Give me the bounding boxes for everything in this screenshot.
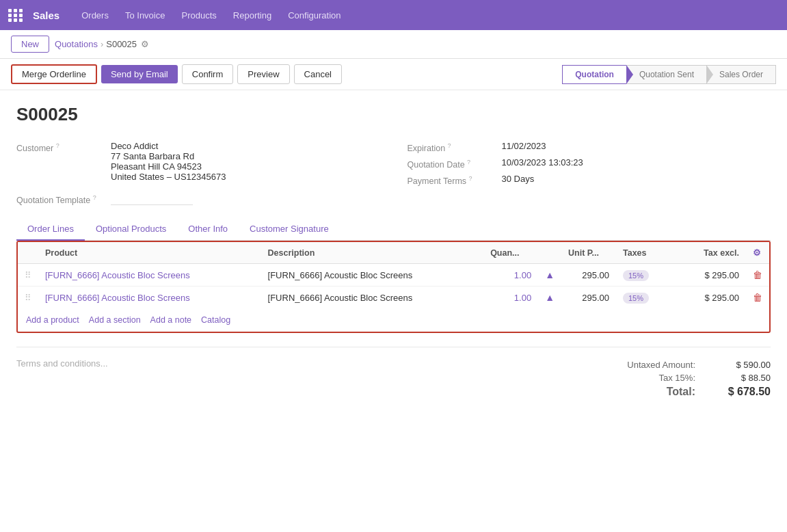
col-product-header: Product: [38, 242, 261, 264]
drag-handle[interactable]: ⠿: [18, 287, 38, 309]
delete-row-icon[interactable]: 🗑: [753, 269, 762, 280]
merge-orderline-button[interactable]: Merge Orderline: [11, 64, 97, 84]
tax-badge[interactable]: 15%: [623, 270, 649, 281]
add-links-bar: Add a product Add a section Add a note C…: [18, 308, 769, 332]
qty-cell: 1.00: [483, 264, 538, 287]
action-bar: Merge Orderline Send by Email Confirm Pr…: [0, 59, 787, 90]
apps-menu-icon[interactable]: [8, 9, 23, 22]
columns-filter-icon[interactable]: ⚙: [753, 248, 761, 258]
menu-configuration[interactable]: Configuration: [281, 6, 347, 25]
catalog-link[interactable]: Catalog: [201, 315, 230, 325]
terms-totals-area: Terms and conditions... Untaxed Amount: …: [16, 347, 771, 399]
description-cell[interactable]: [FURN_6666] Acoustic Bloc Screens: [261, 287, 484, 309]
total-row: Total: $ 678.50: [579, 384, 771, 399]
order-lines-table: Product Description Quan... Unit P... Ta…: [16, 241, 771, 333]
confirm-button[interactable]: Confirm: [182, 64, 234, 84]
add-section-link[interactable]: Add a section: [89, 315, 141, 325]
col-filter-icon[interactable]: ⚙: [746, 242, 769, 264]
quotation-template-field: Quotation Template ?: [16, 191, 380, 207]
menu-orders[interactable]: Orders: [75, 6, 116, 25]
customer-field: Customer ? Deco Addict 77 Santa Barbara …: [16, 139, 380, 184]
record-title: S00025: [16, 104, 771, 125]
top-menu: Orders To Invoice Products Reporting Con…: [75, 6, 347, 25]
top-navigation: Sales Orders To Invoice Products Reporti…: [0, 0, 787, 30]
customer-address: 77 Santa Barbara Rd Pleasant Hill CA 945…: [111, 151, 226, 182]
untaxed-value: $ 590.00: [716, 360, 771, 370]
tab-optional-products[interactable]: Optional Products: [85, 218, 177, 241]
send-by-email-button[interactable]: Send by Email: [101, 65, 178, 83]
status-sales-order[interactable]: Sales Order: [706, 65, 776, 84]
untaxed-amount-row: Untaxed Amount: $ 590.00: [579, 358, 771, 371]
quotation-date-label: Quotation Date ?: [408, 157, 496, 170]
col-unitprice-header: Unit P...: [561, 242, 616, 264]
delete-row-icon[interactable]: 🗑: [753, 292, 762, 303]
drag-handle[interactable]: ⠿: [18, 264, 38, 287]
add-note-link[interactable]: Add a note: [150, 315, 191, 325]
breadcrumb-bar: New Quotations › S00025 ⚙: [0, 30, 787, 59]
tax-label: Tax 15%:: [659, 373, 695, 383]
table-header-row: Product Description Quan... Unit P... Ta…: [18, 242, 769, 264]
unit-price-cell[interactable]: 295.00: [561, 287, 616, 309]
brand-label[interactable]: Sales: [33, 10, 59, 21]
tab-customer-signature[interactable]: Customer Signature: [239, 218, 340, 241]
expiration-value[interactable]: 11/02/2023: [502, 141, 546, 151]
taxexcl-cell: $ 295.00: [684, 287, 746, 309]
status-bar: Quotation Quotation Sent Sales Order: [562, 65, 776, 84]
gear-icon[interactable]: ⚙: [141, 39, 149, 49]
qty-chart-icon[interactable]: ▲: [538, 287, 561, 309]
customer-value: Deco Addict 77 Santa Barbara Rd Pleasant…: [111, 141, 226, 182]
table-row: ⠿ [FURN_6666] Acoustic Bloc Screens [FUR…: [18, 287, 769, 309]
table-row: ⠿ [FURN_6666] Acoustic Bloc Screens [FUR…: [18, 264, 769, 287]
col-drag: [18, 242, 38, 264]
form-left: Customer ? Deco Addict 77 Santa Barbara …: [16, 139, 380, 207]
taxexcl-cell: $ 295.00: [684, 264, 746, 287]
preview-button[interactable]: Preview: [237, 64, 289, 84]
add-product-link[interactable]: Add a product: [26, 315, 79, 325]
tab-order-lines[interactable]: Order Lines: [16, 218, 85, 241]
product-cell[interactable]: [FURN_6666] Acoustic Bloc Screens: [38, 264, 261, 287]
spacer-cell: [671, 287, 684, 309]
total-value: $ 678.50: [716, 386, 771, 398]
tabs: Order Lines Optional Products Other Info…: [16, 218, 771, 241]
delete-cell[interactable]: 🗑: [746, 287, 769, 309]
qty-chart-icon[interactable]: ▲: [538, 264, 561, 287]
terms-conditions-input[interactable]: Terms and conditions...: [16, 358, 565, 369]
breadcrumb-separator: ›: [101, 39, 103, 49]
new-button[interactable]: New: [11, 36, 49, 53]
col-taxes-header: Taxes: [616, 242, 671, 264]
customer-name[interactable]: Deco Addict: [111, 141, 226, 151]
col-qty-header: Quan...: [483, 242, 538, 264]
tax-value: $ 88.50: [716, 373, 771, 383]
form-right: Expiration ? 11/02/2023 Quotation Date ?…: [408, 139, 771, 207]
col-taxexcl-header: Tax excl.: [684, 242, 746, 264]
customer-label: Customer ?: [16, 141, 105, 153]
form-grid: Customer ? Deco Addict 77 Santa Barbara …: [16, 139, 771, 207]
breadcrumb-current: S00025: [106, 39, 137, 49]
description-cell[interactable]: [FURN_6666] Acoustic Bloc Screens: [261, 264, 484, 287]
col-description-header: Description: [261, 242, 484, 264]
breadcrumb: Quotations › S00025 ⚙: [55, 39, 149, 49]
breadcrumb-parent[interactable]: Quotations: [55, 39, 98, 49]
product-cell[interactable]: [FURN_6666] Acoustic Bloc Screens: [38, 287, 261, 309]
cancel-button[interactable]: Cancel: [294, 64, 342, 84]
quotation-date-field: Quotation Date ? 10/03/2023 13:03:23: [408, 155, 771, 172]
qt-value[interactable]: [111, 193, 193, 205]
main-content: S00025 Customer ? Deco Addict 77 Santa B…: [0, 90, 787, 413]
tax-badge[interactable]: 15%: [623, 293, 649, 304]
payment-terms-value[interactable]: 30 Days: [502, 174, 535, 184]
tax-cell: 15%: [616, 287, 671, 309]
total-label: Total:: [667, 386, 695, 398]
status-quotation[interactable]: Quotation: [562, 65, 627, 84]
qt-label: Quotation Template ?: [16, 193, 105, 205]
col-qty-chart-header: [538, 242, 561, 264]
unit-price-cell[interactable]: 295.00: [561, 264, 616, 287]
spacer-cell: [671, 264, 684, 287]
menu-products[interactable]: Products: [174, 6, 223, 25]
menu-reporting[interactable]: Reporting: [226, 6, 278, 25]
delete-cell[interactable]: 🗑: [746, 264, 769, 287]
menu-to-invoice[interactable]: To Invoice: [118, 6, 172, 25]
tab-other-info[interactable]: Other Info: [177, 218, 239, 241]
untaxed-label: Untaxed Amount:: [627, 360, 695, 370]
address-line2: Pleasant Hill CA 94523: [111, 161, 226, 172]
status-quotation-sent[interactable]: Quotation Sent: [626, 65, 707, 84]
